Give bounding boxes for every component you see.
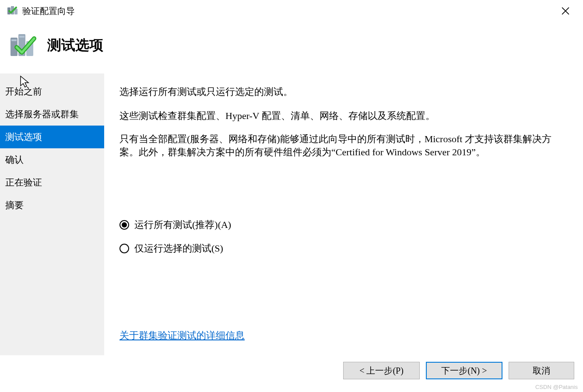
next-button[interactable]: 下一步(N) > xyxy=(426,362,502,379)
svg-rect-6 xyxy=(11,39,17,41)
radio-indicator-icon xyxy=(119,220,129,230)
page-title: 测试选项 xyxy=(47,36,103,55)
titlebar-left: 验证配置向导 xyxy=(7,5,75,17)
sidebar-item-summary[interactable]: 摘要 xyxy=(0,194,104,217)
sidebar-item-before-begin[interactable]: 开始之前 xyxy=(0,80,104,103)
svg-rect-7 xyxy=(19,36,25,38)
instruction-text-1: 选择运行所有测试或只运行选定的测试。 xyxy=(119,84,570,99)
close-button[interactable] xyxy=(557,2,574,20)
wizard-header: 测试选项 xyxy=(0,22,583,74)
instruction-text-2: 这些测试检查群集配置、Hyper-V 配置、清单、网络、存储以及系统配置。 xyxy=(119,108,570,123)
radio-indicator-icon xyxy=(119,244,129,253)
radio-label-all: 运行所有测试(推荐)(A) xyxy=(134,218,231,231)
window-title: 验证配置向导 xyxy=(22,5,75,17)
more-info-link[interactable]: 关于群集验证测试的详细信息 xyxy=(119,329,570,342)
cancel-button[interactable]: 取消 xyxy=(509,362,574,379)
main-area: 开始之前 选择服务器或群集 测试选项 确认 正在验证 摘要 选择运行所有测试或只… xyxy=(0,74,583,355)
wizard-buttons: < 上一步(P) 下一步(N) > 取消 xyxy=(0,355,583,386)
sidebar-item-confirmation[interactable]: 确认 xyxy=(0,148,104,171)
previous-button[interactable]: < 上一步(P) xyxy=(343,362,420,379)
radio-run-all-tests[interactable]: 运行所有测试(推荐)(A) xyxy=(119,218,570,231)
titlebar: 验证配置向导 xyxy=(0,0,583,22)
wizard-title-icon xyxy=(7,5,19,17)
watermark-text: CSDN @Patanis xyxy=(535,384,578,390)
radio-group: 运行所有测试(推荐)(A) 仅运行选择的测试(S) xyxy=(119,218,570,266)
radio-run-selected-tests[interactable]: 仅运行选择的测试(S) xyxy=(119,242,570,255)
wizard-sidebar: 开始之前 选择服务器或群集 测试选项 确认 正在验证 摘要 xyxy=(0,74,104,355)
instruction-text-3: 只有当全部配置(服务器、网络和存储)能够通过此向导中的所有测试时，Microso… xyxy=(119,133,570,158)
sidebar-item-validating[interactable]: 正在验证 xyxy=(0,171,104,194)
wizard-content: 选择运行所有测试或只运行选定的测试。 这些测试检查群集配置、Hyper-V 配置… xyxy=(104,74,583,355)
wizard-header-icon xyxy=(9,31,39,60)
sidebar-item-test-options[interactable]: 测试选项 xyxy=(0,126,104,148)
radio-label-selected: 仅运行选择的测试(S) xyxy=(134,242,223,255)
sidebar-item-select-servers[interactable]: 选择服务器或群集 xyxy=(0,103,104,126)
